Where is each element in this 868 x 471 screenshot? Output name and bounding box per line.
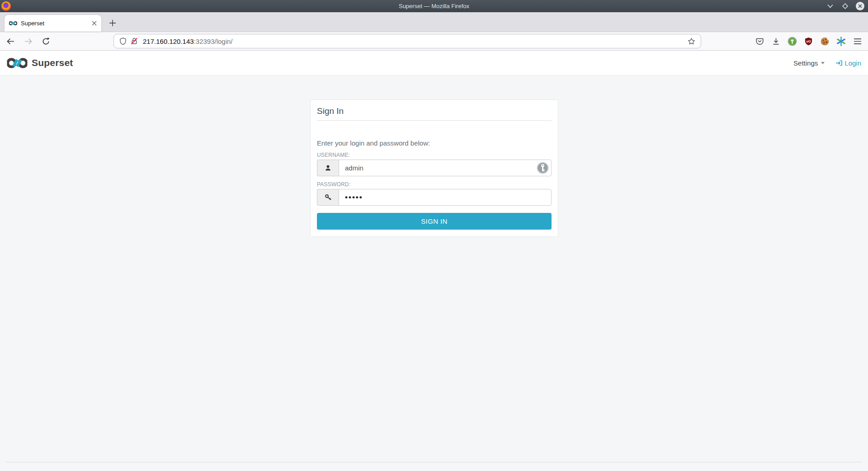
superset-navbar: Superset Settings Login xyxy=(0,51,868,75)
password-manager-icon[interactable] xyxy=(537,162,549,176)
sign-in-icon xyxy=(835,60,843,66)
footer-divider xyxy=(6,462,862,462)
pocket-icon[interactable] xyxy=(755,36,765,47)
sign-in-panel: Sign In Enter your login and password be… xyxy=(310,99,558,237)
password-input[interactable] xyxy=(339,189,552,206)
back-icon[interactable] xyxy=(5,36,15,46)
login-label: Login xyxy=(844,59,861,67)
ublock-origin-icon[interactable]: uO xyxy=(803,36,814,47)
extension-green-circle-icon[interactable] xyxy=(787,36,797,47)
tracking-shield-icon[interactable] xyxy=(119,38,127,45)
tab-close-icon[interactable] xyxy=(92,21,97,26)
page-content: Sign In Enter your login and password be… xyxy=(0,75,868,471)
tab-superset[interactable]: Superset xyxy=(5,15,101,32)
tab-title: Superset xyxy=(21,20,92,27)
url-path: :32393/login/ xyxy=(194,38,233,45)
cookie-extension-icon[interactable] xyxy=(820,36,830,47)
username-group xyxy=(317,160,552,176)
reload-icon[interactable] xyxy=(41,36,51,46)
window-titlebar: Superset — Mozilla Firefox xyxy=(0,0,868,12)
key-icon xyxy=(317,189,339,206)
svg-text:uO: uO xyxy=(807,39,811,43)
url-bar[interactable]: 217.160.120.143:32393/login/ xyxy=(113,34,701,48)
superset-brand[interactable]: Superset xyxy=(7,57,73,69)
password-group xyxy=(317,189,552,206)
settings-label: Settings xyxy=(793,59,818,67)
settings-menu[interactable]: Settings xyxy=(793,59,825,67)
browser-toolbar: 217.160.120.143:32393/login/ uO xyxy=(0,32,868,51)
downloads-icon[interactable] xyxy=(771,36,781,47)
superset-logo-icon xyxy=(7,57,28,69)
tab-bar: Superset xyxy=(0,12,868,32)
login-link[interactable]: Login xyxy=(835,59,861,67)
insecure-lock-icon[interactable] xyxy=(131,38,138,45)
maximize-icon[interactable] xyxy=(841,2,849,10)
brand-name: Superset xyxy=(32,57,73,68)
minimize-icon[interactable] xyxy=(826,2,834,10)
panel-header: Sign In xyxy=(317,100,552,121)
new-tab-icon[interactable] xyxy=(106,16,119,30)
forward-icon[interactable] xyxy=(23,36,33,46)
user-icon xyxy=(317,160,339,176)
sign-in-button[interactable]: SIGN IN xyxy=(317,213,552,230)
username-input[interactable] xyxy=(339,160,552,176)
login-instruction: Enter your login and password below: xyxy=(317,139,552,147)
extension-toolbar: uO xyxy=(755,36,863,47)
window-title: Superset — Mozilla Firefox xyxy=(0,3,868,9)
superset-favicon xyxy=(9,21,17,26)
menu-hamburger-icon[interactable] xyxy=(852,36,863,47)
consent-asterisk-icon[interactable] xyxy=(836,36,846,47)
close-window-icon[interactable] xyxy=(856,2,864,10)
url-text: 217.160.120.143:32393/login/ xyxy=(143,38,233,45)
bookmark-star-icon[interactable] xyxy=(688,38,695,45)
url-host: 217.160.120.143 xyxy=(143,38,194,45)
password-label: PASSWORD: xyxy=(317,181,552,188)
chevron-down-icon xyxy=(821,62,825,64)
username-label: USERNAME: xyxy=(317,152,552,158)
panel-title: Sign In xyxy=(317,106,552,116)
